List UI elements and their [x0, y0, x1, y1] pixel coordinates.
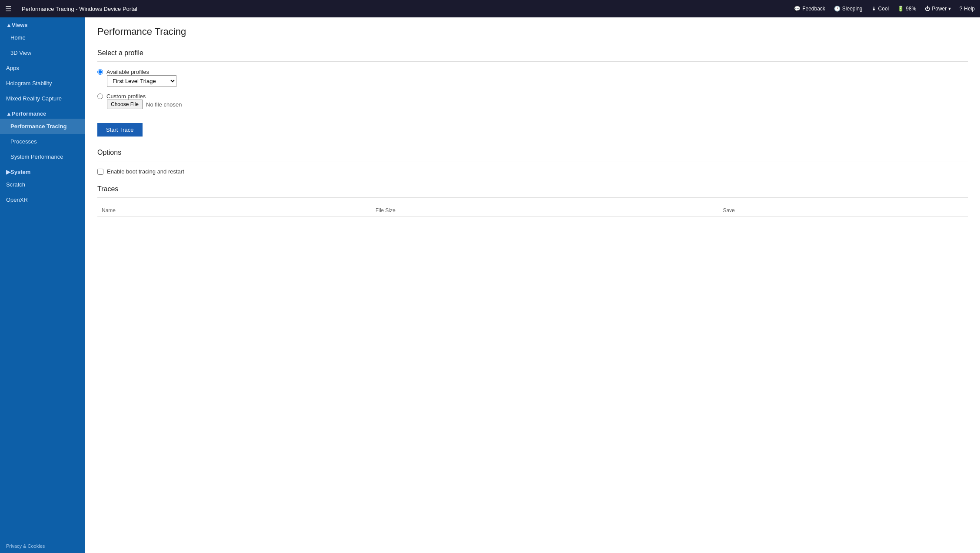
- no-file-chosen-text: No file chosen: [146, 101, 182, 108]
- traces-divider: [97, 197, 968, 198]
- sidebar-item-scratch[interactable]: Scratch: [0, 177, 85, 192]
- privacy-cookies-link[interactable]: Privacy & Cookies: [0, 539, 85, 553]
- traces-header-row: Name File Size Save: [97, 205, 968, 217]
- available-profiles-label[interactable]: Available profiles: [106, 69, 149, 75]
- sidebar-item-mixed-reality-capture[interactable]: Mixed Reality Capture: [0, 91, 85, 106]
- topbar-actions: 💬 Feedback 🕐 Sleeping 🌡 Cool 🔋 98% ⏻ Pow…: [794, 6, 975, 12]
- custom-profiles-radio[interactable]: [97, 93, 103, 99]
- battery-icon: 🔋: [897, 6, 904, 12]
- custom-profiles-label[interactable]: Custom profiles: [106, 93, 146, 100]
- start-trace-button[interactable]: Start Trace: [97, 123, 143, 137]
- select-profile-divider: [97, 61, 968, 62]
- boot-tracing-label[interactable]: Enable boot tracing and restart: [107, 168, 184, 175]
- power-icon: ⏻: [925, 6, 930, 12]
- help-icon: ?: [960, 6, 963, 12]
- available-profiles-radio-row: Available profiles: [97, 69, 968, 75]
- system-section-label: ▶System: [0, 164, 85, 177]
- sidebar-collapse-button[interactable]: ◀: [84, 23, 85, 35]
- profile-select[interactable]: First Level Triage Custom Browser Networ…: [107, 75, 176, 87]
- options-divider: [97, 161, 968, 161]
- profile-dropdown-row: First Level Triage Custom Browser Networ…: [107, 75, 968, 87]
- topbar: ☰ Performance Tracing - Windows Device P…: [0, 0, 980, 17]
- sidebar-item-3d-view[interactable]: 3D View: [0, 45, 85, 60]
- performance-section-label: ▲Performance: [0, 106, 85, 119]
- sidebar-item-performance-tracing[interactable]: Performance Tracing: [0, 119, 85, 134]
- traces-col-save: Save: [718, 205, 968, 217]
- sidebar-item-processes[interactable]: Processes: [0, 134, 85, 149]
- help-label: Help: [964, 6, 975, 12]
- page-title: Performance Tracing: [97, 26, 968, 37]
- traces-table-head: Name File Size Save: [97, 205, 968, 217]
- sidebar-item-apps[interactable]: Apps: [0, 60, 85, 76]
- main-layout: ◀ ▲Views Home 3D View Apps Hologram Stab…: [0, 17, 980, 553]
- available-profiles-row: Available profiles First Level Triage Cu…: [97, 69, 968, 89]
- views-section-label: ▲Views: [0, 17, 85, 30]
- choose-file-button[interactable]: Choose File: [107, 100, 143, 109]
- select-profile-section-title: Select a profile: [97, 49, 968, 57]
- sidebar: ◀ ▲Views Home 3D View Apps Hologram Stab…: [0, 17, 85, 553]
- file-chooser-row: Choose File No file chosen: [107, 100, 968, 109]
- sleeping-label: Sleeping: [842, 6, 863, 12]
- traces-table: Name File Size Save: [97, 205, 968, 217]
- cool-label: Cool: [878, 6, 889, 12]
- traces-section-title: Traces: [97, 185, 968, 193]
- feedback-icon: 💬: [794, 6, 801, 12]
- feedback-action[interactable]: 💬 Feedback: [794, 6, 825, 12]
- sidebar-item-system-performance[interactable]: System Performance: [0, 149, 85, 164]
- boot-tracing-checkbox[interactable]: [97, 169, 103, 175]
- options-section-title: Options: [97, 149, 968, 157]
- sidebar-item-hologram-stability[interactable]: Hologram Stability: [0, 76, 85, 91]
- sleeping-icon: 🕐: [834, 6, 840, 12]
- sidebar-item-openxr[interactable]: OpenXR: [0, 192, 85, 207]
- app-title: Performance Tracing - Windows Device Por…: [22, 6, 787, 12]
- help-action[interactable]: ? Help: [960, 6, 975, 12]
- title-divider: [97, 42, 968, 42]
- battery-action[interactable]: 🔋 98%: [897, 6, 916, 12]
- custom-profiles-radio-row: Custom profiles: [97, 93, 968, 100]
- traces-col-filesize: File Size: [371, 205, 718, 217]
- sleeping-action[interactable]: 🕐 Sleeping: [834, 6, 863, 12]
- content-area: Performance Tracing Select a profile Ava…: [85, 17, 980, 553]
- custom-profiles-row: Custom profiles Choose File No file chos…: [97, 93, 968, 109]
- battery-label: 98%: [906, 6, 916, 12]
- profile-radio-group: Available profiles First Level Triage Cu…: [97, 69, 968, 109]
- cool-action[interactable]: 🌡 Cool: [871, 6, 889, 12]
- power-action[interactable]: ⏻ Power ▾: [925, 6, 950, 12]
- power-label: Power ▾: [932, 6, 950, 12]
- boot-tracing-row: Enable boot tracing and restart: [97, 168, 968, 175]
- cool-icon: 🌡: [871, 6, 877, 12]
- available-profiles-radio[interactable]: [97, 69, 103, 75]
- sidebar-item-home[interactable]: Home: [0, 30, 85, 45]
- menu-icon[interactable]: ☰: [5, 5, 11, 13]
- traces-col-name: Name: [97, 205, 371, 217]
- feedback-label: Feedback: [802, 6, 825, 12]
